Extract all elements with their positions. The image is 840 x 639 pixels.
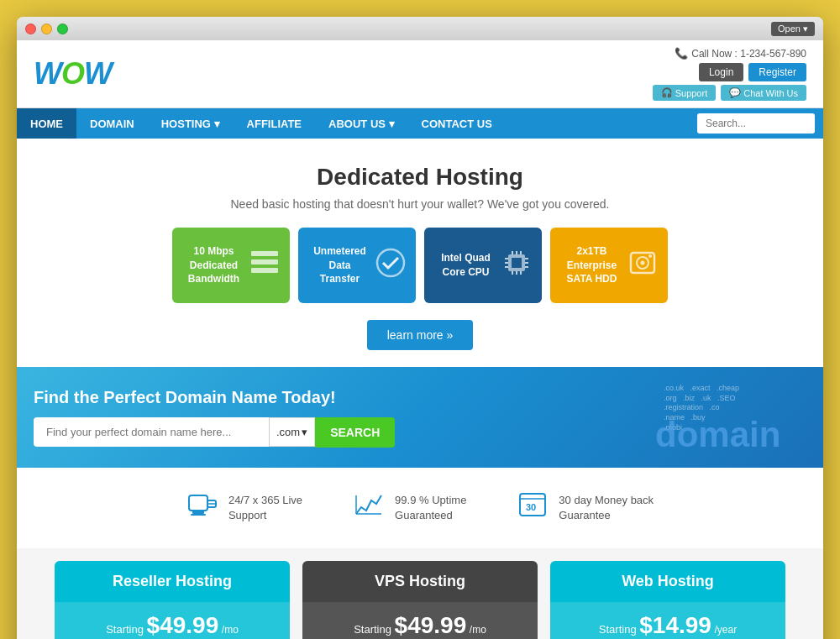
feature-cards: 10 Mbps Dedicated Bandwidth Unmetered Da… bbox=[34, 228, 806, 303]
hosting-card-web: Web Hosting Starting $14.99 /year 01. 10… bbox=[550, 561, 785, 639]
register-button[interactable]: Register bbox=[748, 63, 806, 81]
domain-big-word: domain bbox=[655, 415, 780, 455]
phone-number: Call Now : 1-234-567-890 bbox=[691, 48, 806, 60]
domain-search-input[interactable] bbox=[34, 417, 269, 447]
open-button[interactable]: Open ▾ bbox=[771, 22, 815, 36]
login-button[interactable]: Login bbox=[699, 63, 743, 81]
domain-title: Find the Perfect Domain Name Today! bbox=[34, 388, 655, 407]
top-right-area: 📞 Call Now : 1-234-567-890 Login Registe… bbox=[653, 47, 806, 101]
svg-rect-23 bbox=[192, 511, 204, 514]
domain-search-row: .com ▾ SEARCH bbox=[34, 417, 655, 448]
hosting-card-vps: VPS Hosting Starting $49.99 /mo 01. 100G… bbox=[302, 561, 538, 639]
reseller-header: Reseller Hosting bbox=[55, 561, 290, 602]
web-price: Starting $14.99 /year bbox=[550, 602, 785, 639]
titlebar: Open ▾ bbox=[17, 17, 823, 40]
auth-buttons: Login Register bbox=[699, 63, 806, 81]
nav-hosting[interactable]: HOSTING ▾ bbox=[148, 108, 234, 139]
stat-money-back-text: 30 day Money back Guarantee bbox=[559, 493, 654, 523]
hosting-card-reseller: Reseller Hosting Starting $49.99 /mo 01.… bbox=[55, 561, 290, 639]
stat-uptime: 99.9 % Uptime Guaranteed bbox=[353, 489, 466, 527]
domain-section: Find the Perfect Domain Name Today! .com… bbox=[17, 367, 823, 468]
svg-rect-24 bbox=[191, 514, 206, 516]
bandwidth-icon bbox=[249, 248, 280, 284]
mac-window: Open ▾ WOW 📞 Call Now : 1-234-567-890 Lo… bbox=[17, 17, 823, 639]
hero-section: Dedicated Hosting Need basic hosting tha… bbox=[17, 139, 823, 367]
nav-contact[interactable]: CONTACT US bbox=[408, 108, 506, 139]
domain-search-button[interactable]: SEARCH bbox=[315, 417, 395, 448]
window-controls bbox=[25, 24, 68, 34]
hdd-icon bbox=[627, 248, 658, 284]
support-icon bbox=[186, 489, 218, 527]
logo-text: W bbox=[34, 56, 61, 91]
svg-rect-2 bbox=[251, 268, 278, 273]
support-button[interactable]: 🎧 Support bbox=[653, 85, 717, 101]
money-back-icon: 30 bbox=[517, 489, 549, 527]
feature-card-hdd: 2x1TB Enterprise SATA HDD bbox=[550, 228, 668, 303]
hero-title: Dedicated Hosting bbox=[34, 164, 806, 191]
feature-card-cpu: Intel Quad Core CPU bbox=[424, 228, 542, 303]
maximize-button[interactable] bbox=[57, 24, 68, 34]
data-icon bbox=[375, 248, 406, 284]
top-bar: WOW 📞 Call Now : 1-234-567-890 Login Reg… bbox=[17, 40, 823, 108]
logo-o: O bbox=[61, 56, 84, 91]
stat-money-back: 30 30 day Money back Guarantee bbox=[517, 489, 654, 527]
nav-home[interactable]: HOME bbox=[17, 108, 76, 139]
vps-price: Starting $49.99 /mo bbox=[302, 602, 538, 639]
dropdown-icon: ▾ bbox=[302, 426, 307, 438]
logo: WOW bbox=[34, 56, 112, 92]
search-input[interactable] bbox=[697, 113, 815, 134]
vps-header: VPS Hosting bbox=[302, 561, 538, 602]
nav-domain[interactable]: DOMAIN bbox=[76, 108, 148, 139]
card-text-data: Unmetered Data Transfer bbox=[308, 244, 371, 286]
domain-left: Find the Perfect Domain Name Today! .com… bbox=[34, 388, 655, 448]
stat-uptime-text: 99.9 % Uptime Guaranteed bbox=[395, 493, 466, 523]
phone-icon: 📞 bbox=[675, 47, 688, 60]
logo-w: W bbox=[84, 56, 112, 91]
support-row: 🎧 Support 💬 Chat With Us bbox=[653, 85, 806, 101]
web-header: Web Hosting bbox=[550, 561, 785, 602]
svg-point-21 bbox=[648, 254, 652, 258]
stat-support-text: 24/7 x 365 Live Support bbox=[228, 493, 302, 523]
headset-icon: 🎧 bbox=[661, 87, 673, 98]
hero-subtitle: Need basic hosting that doesn't hurt you… bbox=[34, 197, 806, 211]
browser-content: WOW 📞 Call Now : 1-234-567-890 Login Reg… bbox=[17, 40, 823, 639]
minimize-button[interactable] bbox=[41, 24, 52, 34]
chat-icon: 💬 bbox=[729, 87, 741, 98]
stats-section: 24/7 x 365 Live Support 99.9 % Uptime Gu… bbox=[17, 468, 823, 548]
svg-point-3 bbox=[377, 249, 404, 276]
feature-card-data: Unmetered Data Transfer bbox=[298, 228, 416, 303]
domain-extension[interactable]: .com ▾ bbox=[269, 417, 315, 447]
nav-bar: HOME DOMAIN HOSTING ▾ AFFILIATE ABOUT US… bbox=[17, 108, 823, 139]
card-text-cpu: Intel Quad Core CPU bbox=[434, 251, 497, 280]
card-text-bandwidth: 10 Mbps Dedicated Bandwidth bbox=[182, 244, 245, 286]
cpu-icon bbox=[501, 248, 532, 284]
feature-card-bandwidth: 10 Mbps Dedicated Bandwidth bbox=[172, 228, 290, 303]
domain-word-cloud: .co.uk .exact .cheap .org .biz .uk .SEO … bbox=[655, 384, 806, 451]
reseller-price: Starting $49.99 /mo bbox=[55, 602, 290, 639]
hosting-section: Reseller Hosting Starting $49.99 /mo 01.… bbox=[17, 548, 823, 639]
svg-rect-5 bbox=[512, 258, 522, 268]
learn-more-button[interactable]: learn more » bbox=[367, 320, 474, 350]
svg-rect-0 bbox=[251, 251, 278, 256]
svg-rect-1 bbox=[251, 259, 278, 265]
svg-point-20 bbox=[641, 260, 645, 265]
svg-text:30: 30 bbox=[526, 502, 536, 512]
phone-line: 📞 Call Now : 1-234-567-890 bbox=[675, 47, 806, 60]
close-button[interactable] bbox=[25, 24, 36, 34]
nav-search-area bbox=[689, 108, 823, 139]
svg-rect-22 bbox=[189, 495, 207, 511]
chat-button[interactable]: 💬 Chat With Us bbox=[721, 85, 806, 101]
card-text-hdd: 2x1TB Enterprise SATA HDD bbox=[560, 244, 623, 286]
nav-about[interactable]: ABOUT US ▾ bbox=[315, 108, 408, 139]
nav-affiliate[interactable]: AFFILIATE bbox=[234, 108, 315, 139]
stat-support: 24/7 x 365 Live Support bbox=[186, 489, 302, 527]
uptime-icon bbox=[353, 489, 385, 527]
